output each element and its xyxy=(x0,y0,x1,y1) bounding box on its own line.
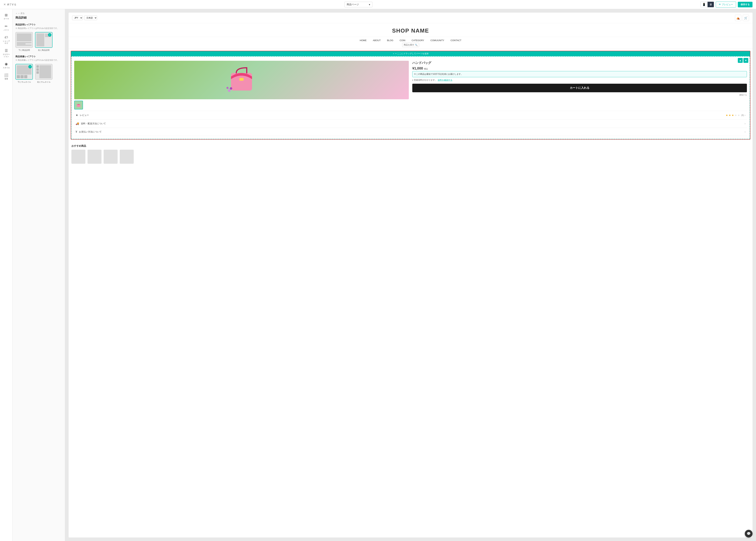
shipping-method-left: 🚚 送料・配送方法について xyxy=(76,122,106,125)
review-row[interactable]: ★ レビュー ★ ★ ★ ★ ★ (6) › xyxy=(74,111,747,119)
mobile-device-btn[interactable]: 📱 xyxy=(700,2,707,7)
nav-item-community[interactable]: COMUUNITY xyxy=(427,39,447,42)
style-icon: ◉ xyxy=(5,62,8,66)
rec-item-4[interactable] xyxy=(120,150,134,164)
image-card-bottom[interactable]: ✓ xyxy=(15,64,33,80)
star-empty-2: ★ xyxy=(738,114,740,117)
rec-item-3[interactable] xyxy=(104,150,118,164)
img-thumbs-bottom xyxy=(17,75,32,78)
star-half: ★ xyxy=(732,114,734,117)
back-link[interactable]: ＜ ＜ 戻る xyxy=(15,12,62,15)
delivery-box: ※この商品は最短で10月7日(水)頃にお届けします。 xyxy=(412,71,747,77)
image-layout-title: 商品画像レイアウト xyxy=(15,55,62,58)
image-layout-bottom[interactable]: ✓ 下にサムネイル xyxy=(15,64,33,83)
sidebar-item-style[interactable]: ◉ スタイル xyxy=(1,60,12,71)
review-label: レビュー xyxy=(80,114,89,117)
chat-button[interactable]: 💬 xyxy=(745,530,752,537)
payment-row[interactable]: ¥ お支払い方法について › xyxy=(74,128,747,136)
cart-icon-btn[interactable]: 🛒 xyxy=(743,15,749,21)
product-section-wrapper: ＋ + ここにドラッグしてパーツを追加 ▲ ▼ xyxy=(71,51,750,140)
language-select[interactable]: 日本語 xyxy=(84,16,97,20)
main-layout: ⊞ テーマ ✏ パーツ 🏷 ショップロゴ ☰ ナビゲーション ◉ スタイル ⬜ … xyxy=(0,9,756,541)
rec-item-2[interactable] xyxy=(88,150,102,164)
recommended-title: おすすめ商品 xyxy=(71,145,750,148)
report-link[interactable]: 通報する xyxy=(412,94,747,96)
img-thumb-sm2 xyxy=(36,68,39,71)
review-chevron-icon: › xyxy=(745,114,745,117)
shipping-method-row[interactable]: 🚚 送料・配送方法について › xyxy=(74,119,747,128)
delivery-text: ※この商品は最短で10月7日(水)頃にお届けします。 xyxy=(414,73,463,75)
svg-point-2 xyxy=(228,89,231,92)
product-main-image xyxy=(74,61,409,99)
nav-bar: HOME ABOUT BLOG COIN CATEGORY COMUUNITY … xyxy=(69,37,752,49)
shipping-note-text: 別途送料がかかります。 xyxy=(414,79,437,82)
description-layout-title: 商品説明レイアウト xyxy=(15,23,62,26)
img-thumb-sm1 xyxy=(36,65,39,68)
parts-icon: ✏ xyxy=(5,24,8,28)
sidebar-item-shoplogo[interactable]: 🏷 ショップロゴ xyxy=(1,34,12,46)
shipping-link[interactable]: 送料を確認する xyxy=(438,79,452,82)
save-button[interactable]: 保存する xyxy=(738,2,752,7)
sidebar-item-parts[interactable]: ✏ パーツ xyxy=(1,22,12,33)
yen-icon: ¥ xyxy=(76,130,77,133)
plus-icon: ＋ xyxy=(392,52,394,55)
image-check-badge: ✓ xyxy=(28,65,32,68)
move-down-button[interactable]: ▼ xyxy=(743,58,748,63)
content-area: JPY 日本語 ⛺ 🛒 SHOP NAME HOME ABOUT BLOG C xyxy=(65,9,756,541)
star-filled-2: ★ xyxy=(729,114,731,117)
drag-add-bar[interactable]: ＋ + ここにドラッグしてパーツを追加 xyxy=(71,51,750,56)
search-text: 商品を探す xyxy=(404,43,414,46)
svg-rect-1 xyxy=(239,78,244,81)
shipping-note: ℹ 別途送料がかかります。 送料を確認する xyxy=(412,79,747,82)
sidebar-item-theme[interactable]: ⊞ テーマ xyxy=(1,11,12,22)
nav-item-blog[interactable]: BLOG xyxy=(384,39,396,42)
img-thumb2 xyxy=(21,75,24,78)
sidebar-item-navigation[interactable]: ☰ ナビゲーション xyxy=(1,47,12,59)
rec-item-1[interactable] xyxy=(71,150,86,164)
review-left: ★ レビュー xyxy=(76,114,89,117)
side-panel: ＜ ＜ 戻る 商品詳細 商品説明レイアウト ※ 商品説明レイアウトはPCのみの設… xyxy=(13,9,65,541)
layout-card-right[interactable]: ✓ xyxy=(35,32,53,48)
panel-title: 商品詳細 xyxy=(15,16,62,20)
layout-img-right xyxy=(36,33,44,46)
sidebar-item-background[interactable]: ⬜ 背景 xyxy=(1,71,12,82)
top-bar-right: 📱 🖥 👁 プレビュー 保存する xyxy=(700,2,752,8)
move-up-button[interactable]: ▲ xyxy=(738,58,743,63)
layout-option-bottom[interactable]: 下に商品説明 xyxy=(15,32,33,52)
nav-search[interactable]: 商品を探す 🔍 xyxy=(402,43,419,47)
nav-item-about[interactable]: ABOUT xyxy=(370,39,384,42)
product-thumb-1[interactable] xyxy=(74,101,83,109)
layout-right-label: 右に商品説明 xyxy=(38,49,50,52)
nav-item-coin[interactable]: COIN xyxy=(396,39,408,42)
layout-card-bottom[interactable] xyxy=(15,32,33,48)
recommended-grid xyxy=(71,150,750,164)
image-card-right[interactable] xyxy=(35,64,53,80)
line3 xyxy=(17,45,32,46)
thumb-bag-icon xyxy=(76,102,81,108)
preview-header: JPY 日本語 ⛺ 🛒 xyxy=(69,13,752,23)
top-bar: ✕ 終了する 商品ページ ▾ 📱 🖥 👁 プレビュー 保存する xyxy=(0,0,756,9)
info-icon: ℹ xyxy=(412,79,413,81)
style-label: スタイル xyxy=(3,67,10,69)
shipping-method-chevron-icon: › xyxy=(745,122,745,125)
close-section[interactable]: ✕ 終了する xyxy=(4,3,16,6)
product-info: ハンドバッグ ¥1,000 税込 ※この商品は最短で10月7日(水)頃にお届けし… xyxy=(412,61,747,109)
line1 xyxy=(17,42,32,43)
desktop-device-btn[interactable]: 🖥 xyxy=(707,2,714,7)
add-to-cart-button[interactable]: カートに入れる xyxy=(412,84,747,92)
product-nav-arrows: ▲ ▼ xyxy=(738,58,748,63)
nav-item-category[interactable]: CATEGORY xyxy=(408,39,427,42)
svg-point-3 xyxy=(226,87,229,89)
close-icon: ✕ xyxy=(4,3,6,6)
nav-item-contact[interactable]: CONTACT xyxy=(447,39,465,42)
preview-button[interactable]: 👁 プレビュー xyxy=(716,2,736,8)
nav-item-home[interactable]: HOME xyxy=(357,39,370,42)
page-selector[interactable]: 商品ページ ▾ xyxy=(345,2,373,7)
theme-label: テーマ xyxy=(4,18,9,20)
background-icon: ⬜ xyxy=(4,73,8,77)
image-layout-right[interactable]: 右にサムネイル xyxy=(35,64,53,83)
layout-option-right[interactable]: ✓ 右に商品説明 xyxy=(35,32,53,52)
currency-select[interactable]: JPY xyxy=(72,16,83,20)
tent-icon-btn[interactable]: ⛺ xyxy=(735,15,741,21)
layout-card-lines-bottom xyxy=(17,42,32,46)
